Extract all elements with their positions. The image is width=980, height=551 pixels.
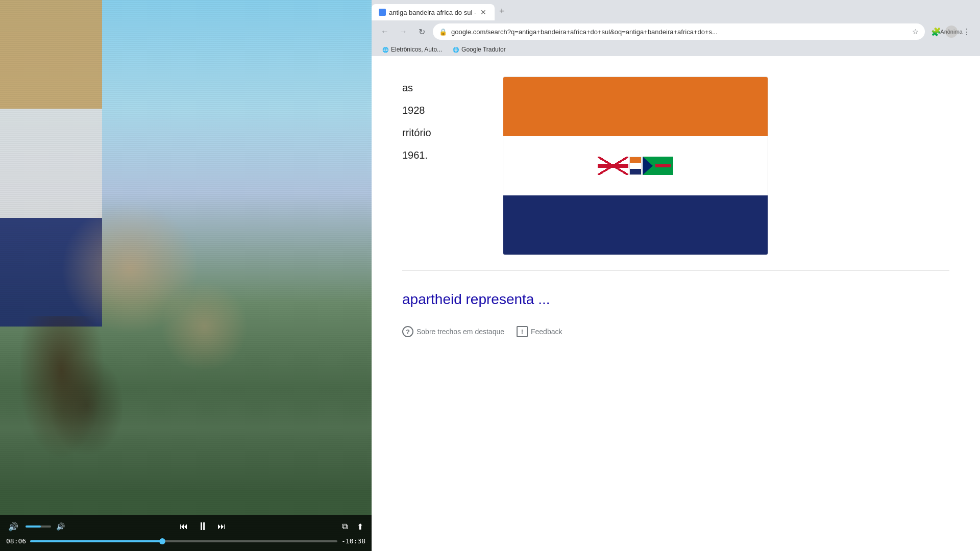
text-line-3: rritório [402, 127, 431, 138]
share-button[interactable]: ⬆ [355, 521, 365, 533]
skip-forward-button[interactable]: ⏭ [215, 521, 228, 532]
current-time-label: 08:06 [6, 537, 26, 545]
address-text: google.com/search?q=antiga+bandeira+afri… [451, 28, 908, 36]
bookmark-item-1[interactable]: 🌐 Eletrônicos, Auto... [378, 45, 446, 54]
video-background [0, 0, 372, 551]
browser-tab-active[interactable]: antiga bandeira africa do sul - ✕ [372, 4, 495, 20]
bookmark-favicon-1: 🌐 [382, 46, 389, 53]
people-silhouette [20, 316, 122, 495]
forward-button[interactable]: → [396, 24, 410, 39]
remaining-time-label: -10:38 [341, 537, 365, 545]
browser-actions: 🧩 Anônima ⋮ [929, 24, 974, 39]
text-snippet: as 1928 rritório 1961. [402, 77, 431, 166]
ofs-flag-top [630, 157, 641, 163]
skip-back-button[interactable]: ⏮ [178, 521, 190, 532]
result-link[interactable]: apartheid representa ... [402, 291, 550, 307]
divider [402, 270, 949, 271]
result-section: apartheid representa ... [402, 291, 949, 308]
text-line-1: as [402, 82, 413, 93]
mute-button[interactable]: 🔊 [6, 521, 20, 533]
result-meta-row: ? Sobre trechos em destaque ! Feedback [402, 326, 949, 337]
feedback-icon: ! [517, 326, 528, 337]
sa-flag-orange-stripe [503, 77, 768, 136]
transvaal-flag-mini [643, 157, 673, 175]
browser-chrome: antiga bandeira africa do sul - ✕ + ← → … [372, 0, 980, 56]
south-africa-flag-image [503, 77, 768, 255]
bookmark-label-2: Google Tradutor [461, 46, 506, 53]
bookmark-item-2[interactable]: 🌐 Google Tradutor [448, 45, 510, 54]
ofs-flag-mid [630, 163, 641, 168]
address-bar[interactable]: 🔒 google.com/search?q=antiga+bandeira+af… [433, 23, 925, 40]
mini-flags-group [598, 157, 673, 175]
browser-panel: antiga bandeira africa do sul - ✕ + ← → … [372, 0, 980, 551]
progress-fill [30, 540, 162, 542]
refresh-button[interactable]: ↻ [414, 24, 429, 39]
user-avatar[interactable]: Anônima [945, 26, 958, 38]
nav-bar: ← → ↻ 🔒 google.com/search?q=antiga+bande… [372, 20, 980, 43]
meta-about-label: Sobre trechos em destaque [416, 328, 504, 336]
progress-bar-container: 08:06 -10:38 [6, 537, 365, 545]
ofs-flag-bot [630, 169, 641, 174]
meta-item-feedback[interactable]: ! Feedback [517, 326, 562, 337]
text-line-4: 1961. [402, 149, 428, 161]
pip-button[interactable]: ⧉ [340, 521, 350, 532]
volume-high-icon: 🔊 [56, 522, 65, 531]
volume-fill [26, 525, 41, 528]
bookmark-star-icon[interactable]: ☆ [912, 28, 919, 36]
bookmark-label-1: Eletrônicos, Auto... [391, 46, 442, 53]
tab-title: antiga bandeira africa do sul - [389, 9, 476, 16]
meta-feedback-label: Feedback [531, 328, 562, 336]
uk-flag-mini [598, 157, 628, 175]
tab-close-button[interactable]: ✕ [479, 8, 487, 16]
progress-thumb [159, 538, 165, 544]
tab-bar: antiga bandeira africa do sul - ✕ + [372, 0, 980, 20]
bookmark-favicon-2: 🌐 [452, 46, 459, 53]
bookmarks-bar: 🌐 Eletrônicos, Auto... 🌐 Google Tradutor [372, 43, 980, 56]
back-button[interactable]: ← [378, 24, 392, 39]
sa-flag [503, 77, 768, 255]
sa-flag-navy-stripe [503, 195, 768, 255]
controls-row-top: 🔊 🔊 ⏮ ⏸ ⏭ ⧉ ⬆ [6, 519, 365, 534]
text-line-2: 1928 [402, 105, 425, 116]
new-tab-button[interactable]: + [495, 4, 509, 18]
tab-favicon [379, 9, 386, 16]
text-content-block: as 1928 rritório 1961. [402, 77, 431, 166]
ofs-flag-mini [629, 157, 642, 175]
progress-track[interactable] [30, 540, 337, 542]
volume-bar[interactable] [26, 525, 51, 528]
video-controls-bar: 🔊 🔊 ⏮ ⏸ ⏭ ⧉ ⬆ 08:06 [0, 515, 372, 551]
transvaal-stripe [655, 164, 671, 167]
video-panel: 🔊 🔊 ⏮ ⏸ ⏭ ⧉ ⬆ 08:06 [0, 0, 372, 551]
pause-button[interactable]: ⏸ [195, 519, 210, 534]
about-icon: ? [402, 326, 413, 337]
menu-button[interactable]: ⋮ [960, 24, 974, 39]
sa-flag-white-stripe [503, 136, 768, 195]
meta-item-about[interactable]: ? Sobre trechos em destaque [402, 326, 504, 337]
page-content: as 1928 rritório 1961. [372, 56, 980, 551]
flag-stripe-orange [0, 0, 102, 109]
lock-icon: 🔒 [439, 28, 447, 36]
content-row: as 1928 rritório 1961. [402, 77, 949, 255]
